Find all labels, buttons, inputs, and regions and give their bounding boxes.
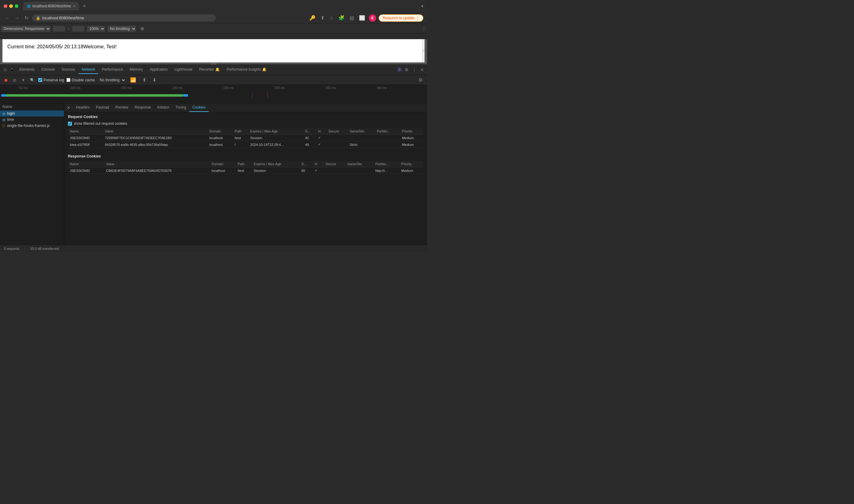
request-cookies-section: Request Cookies show filtered out reques… <box>68 115 423 148</box>
tab-recorder[interactable]: Recorder 🔔 <box>196 66 223 74</box>
detail-tab-preview[interactable]: Preview <box>112 103 132 112</box>
th-value-r: Value <box>104 161 210 167</box>
new-tab-button[interactable]: + <box>80 3 88 10</box>
password-icon-button[interactable]: 🔑 <box>308 14 317 22</box>
th-h-r: H. <box>313 161 324 167</box>
tab-sources[interactable]: Sources <box>58 66 78 74</box>
active-tab[interactable]: 🌐 localhost:8080/test/time × <box>23 2 79 11</box>
width-input[interactable]: 1243 <box>53 26 65 32</box>
devtools-tab-bar: ⊡ 📱 Elements Console Sources Network Per… <box>0 64 427 75</box>
search-button[interactable]: 🔍 <box>29 77 36 83</box>
cookie-samesite <box>348 134 375 141</box>
detail-tab-headers[interactable]: Headers <box>73 103 93 112</box>
cookie-samesite: Strict <box>348 141 375 148</box>
forward-button[interactable]: → <box>14 14 21 22</box>
layout-button[interactable]: ⬜ <box>358 14 366 22</box>
table-row[interactable]: Idea-d1f785ff 84328570-ea9b-4635-afba-05… <box>68 141 423 148</box>
detail-tab-timing-label: Timing <box>175 105 187 109</box>
detail-close-button[interactable]: ✕ <box>64 103 73 112</box>
table-row[interactable]: JSESSIONID 72DB96F7DC1C6956D3F7ADEEC7FAE… <box>68 134 423 141</box>
tab-favicon-icon: 🌐 <box>27 5 31 8</box>
tab-elements[interactable]: Elements <box>16 66 38 74</box>
download-button[interactable]: ⬇ <box>151 76 158 84</box>
tab-application[interactable]: Application <box>146 66 171 74</box>
devtools-close-button[interactable]: ✕ <box>420 67 424 73</box>
maximize-traffic-light[interactable] <box>15 4 18 8</box>
cookies-content: Request Cookies show filtered out reques… <box>64 112 427 245</box>
profile-button[interactable]: E <box>369 14 376 22</box>
detail-panel: ✕ Headers Payload Preview Response Initi… <box>64 103 427 245</box>
record-button[interactable]: ⏺ <box>2 77 9 83</box>
address-bar[interactable]: 🔒 localhost:8080/test/time <box>32 14 216 21</box>
tab-network[interactable]: Network <box>79 66 98 74</box>
file-item-login[interactable]: ▤ login <box>0 110 64 116</box>
th-domain-r: Domain <box>210 161 236 167</box>
page-resize-handle[interactable]: ⠿ <box>422 39 424 62</box>
sidebar-toggle-button[interactable]: ▤ <box>348 14 355 22</box>
disable-cache-label[interactable]: Disable cache <box>66 78 94 82</box>
traffic-lights <box>4 4 18 8</box>
bookmark-button[interactable]: ☆ <box>328 14 335 22</box>
tab-lighthouse-label: Lighthouse <box>174 67 193 72</box>
request-cookies-body: JSESSIONID 72DB96F7DC1C6956D3F7ADEEC7FAE… <box>68 134 423 148</box>
height-input[interactable]: 63 <box>72 26 85 32</box>
drag-handle[interactable]: ⠿⠿ <box>0 62 427 64</box>
minimize-traffic-light[interactable] <box>9 4 13 8</box>
refresh-button[interactable]: ↻ <box>23 14 30 22</box>
devtools-device-mode[interactable]: 📱 <box>8 67 16 72</box>
network-timeline: 50 ms 100 ms 150 ms 200 ms 250 ms 300 ms… <box>0 85 427 103</box>
share-button[interactable]: ⬆ <box>319 14 326 22</box>
tab-console-label: Console <box>41 67 55 72</box>
transferred-size: 10.0 kB transferred <box>30 247 59 250</box>
name-column-header: Name <box>2 105 12 109</box>
relaunch-more-icon: ⋮ <box>416 16 419 20</box>
timeline-mark-100: 100 ms <box>69 86 121 90</box>
throttle-dropdown[interactable]: No throttling <box>97 77 126 83</box>
timeline-marker-line2 <box>267 92 268 98</box>
ruler <box>0 34 427 39</box>
detail-tab-cookies[interactable]: Cookies <box>189 103 208 112</box>
responsive-more-button[interactable]: ⋮ <box>422 26 426 31</box>
detail-tab-payload[interactable]: Payload <box>93 103 112 112</box>
zoom-select[interactable]: 100% <box>87 26 105 32</box>
detail-tab-initiator[interactable]: Initiator <box>154 103 172 112</box>
devtools-more-button[interactable]: ⋮ <box>412 67 417 73</box>
th-s: S... <box>303 128 316 134</box>
detail-tab-response[interactable]: Response <box>131 103 154 112</box>
relaunch-button[interactable]: Relaunch to update ⋮ <box>379 14 423 22</box>
back-button[interactable]: ← <box>4 14 11 22</box>
wifi-icon-button[interactable]: 📶 <box>128 76 138 84</box>
devtools-element-picker[interactable]: ⊡ <box>2 67 8 72</box>
show-filtered-checkbox[interactable] <box>68 122 72 126</box>
rotation-button[interactable]: ⊕ <box>138 25 146 32</box>
show-filtered-label: show filtered out request cookies <box>74 121 127 126</box>
file-item-time[interactable]: ▤ time <box>0 116 64 123</box>
tab-performance[interactable]: Performance <box>99 66 126 74</box>
extensions-button[interactable]: 🧩 <box>337 14 346 22</box>
relaunch-label: Relaunch to update <box>383 16 415 20</box>
close-traffic-light[interactable] <box>4 4 7 8</box>
table-row[interactable]: JSESSIONID CB6DE4F5D79ABF6A8EE759A04D703… <box>68 167 423 174</box>
preserve-log-checkbox[interactable] <box>38 78 42 82</box>
preserve-log-label[interactable]: Preserve log <box>38 78 64 82</box>
response-cookies-header-row: Name Value Domain Path Expires / Max-Age… <box>68 161 423 167</box>
tab-dropdown-button[interactable]: ▾ <box>421 4 423 8</box>
tab-memory[interactable]: Memory <box>127 66 146 74</box>
disable-cache-checkbox[interactable] <box>66 78 70 82</box>
network-settings-button[interactable]: ⚙ <box>417 76 424 84</box>
throttle-select[interactable]: No throttling <box>107 26 136 32</box>
file-item-hooks[interactable]: ⬡ single-file-hooks-frames.js <box>0 123 64 129</box>
detail-tab-payload-label: Payload <box>96 105 109 109</box>
upload-button[interactable]: ⬆ <box>140 76 148 84</box>
devtools-settings-button[interactable]: ⚙ <box>404 67 409 73</box>
dimensions-select[interactable]: Dimensions: Responsive <box>1 26 51 32</box>
tab-perf-insights[interactable]: Performance insights 🔔 <box>224 66 270 74</box>
filter-button[interactable]: ▼ <box>20 77 26 83</box>
tab-lighthouse[interactable]: Lighthouse <box>171 66 196 74</box>
cookie-priority: Medium <box>400 134 423 141</box>
detail-tab-timing[interactable]: Timing <box>172 103 190 112</box>
clear-button[interactable]: ⊘ <box>12 77 18 83</box>
tab-console[interactable]: Console <box>38 66 58 74</box>
tab-close-button[interactable]: × <box>73 4 75 8</box>
request-cookies-title: Request Cookies <box>68 115 423 119</box>
